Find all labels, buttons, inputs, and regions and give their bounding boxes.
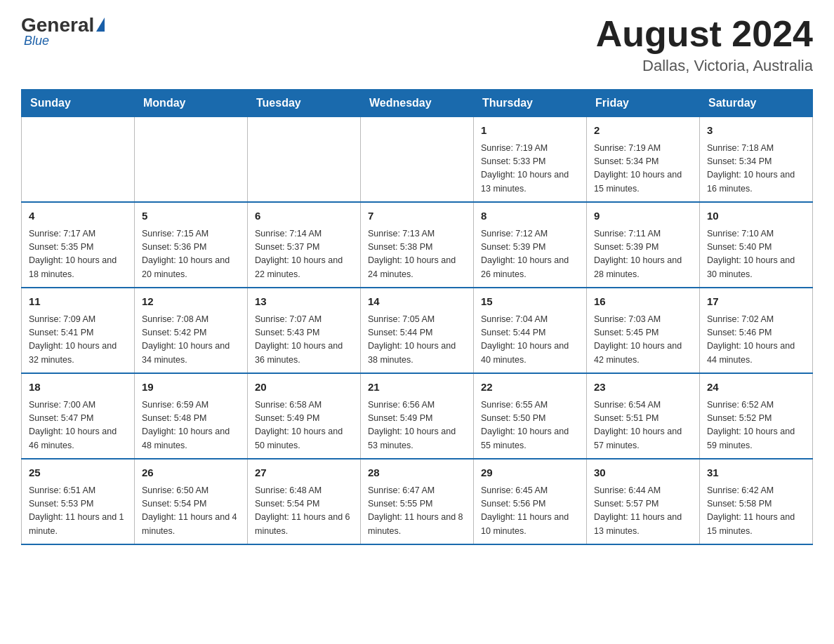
day-info: Sunrise: 6:44 AM Sunset: 5:57 PM Dayligh… [594, 484, 692, 539]
weekday-header-sunday: Sunday [22, 90, 135, 117]
calendar-day-9: 9Sunrise: 7:11 AM Sunset: 5:39 PM Daylig… [587, 202, 700, 288]
day-info: Sunrise: 7:07 AM Sunset: 5:43 PM Dayligh… [255, 313, 353, 368]
logo-triangle-icon [96, 18, 105, 32]
calendar-week-row: 1Sunrise: 7:19 AM Sunset: 5:33 PM Daylig… [22, 117, 813, 203]
day-info: Sunrise: 7:12 AM Sunset: 5:39 PM Dayligh… [481, 227, 579, 282]
calendar-day-26: 26Sunrise: 6:50 AM Sunset: 5:54 PM Dayli… [135, 459, 248, 544]
calendar-day-8: 8Sunrise: 7:12 AM Sunset: 5:39 PM Daylig… [474, 202, 587, 288]
day-info: Sunrise: 6:59 AM Sunset: 5:48 PM Dayligh… [142, 398, 240, 453]
day-number: 1 [481, 123, 579, 139]
calendar-day-22: 22Sunrise: 6:55 AM Sunset: 5:50 PM Dayli… [474, 373, 587, 459]
day-info: Sunrise: 7:03 AM Sunset: 5:45 PM Dayligh… [594, 313, 692, 368]
calendar-week-row: 25Sunrise: 6:51 AM Sunset: 5:53 PM Dayli… [22, 459, 813, 544]
day-info: Sunrise: 7:08 AM Sunset: 5:42 PM Dayligh… [142, 313, 240, 368]
calendar-table: SundayMondayTuesdayWednesdayThursdayFrid… [21, 89, 813, 545]
day-number: 6 [255, 208, 353, 224]
day-info: Sunrise: 7:14 AM Sunset: 5:37 PM Dayligh… [255, 227, 353, 282]
day-number: 16 [594, 294, 692, 310]
day-info: Sunrise: 7:13 AM Sunset: 5:38 PM Dayligh… [368, 227, 466, 282]
day-info: Sunrise: 7:19 AM Sunset: 5:33 PM Dayligh… [481, 142, 579, 196]
day-number: 22 [481, 380, 579, 396]
day-number: 3 [707, 123, 805, 139]
logo: General Blue [21, 14, 105, 48]
calendar-day-25: 25Sunrise: 6:51 AM Sunset: 5:53 PM Dayli… [22, 459, 135, 544]
calendar-day-3: 3Sunrise: 7:18 AM Sunset: 5:34 PM Daylig… [700, 117, 813, 203]
day-info: Sunrise: 7:09 AM Sunset: 5:41 PM Dayligh… [29, 313, 127, 368]
weekday-header-wednesday: Wednesday [361, 90, 474, 117]
calendar-day-5: 5Sunrise: 7:15 AM Sunset: 5:36 PM Daylig… [135, 202, 248, 288]
calendar-day-13: 13Sunrise: 7:07 AM Sunset: 5:43 PM Dayli… [248, 288, 361, 373]
calendar-day-11: 11Sunrise: 7:09 AM Sunset: 5:41 PM Dayli… [22, 288, 135, 373]
calendar-day-empty [22, 117, 135, 203]
day-number: 23 [594, 380, 692, 396]
day-number: 26 [142, 465, 240, 481]
calendar-day-28: 28Sunrise: 6:47 AM Sunset: 5:55 PM Dayli… [361, 459, 474, 544]
weekday-header-monday: Monday [135, 90, 248, 117]
day-info: Sunrise: 6:56 AM Sunset: 5:49 PM Dayligh… [368, 398, 466, 453]
calendar-day-30: 30Sunrise: 6:44 AM Sunset: 5:57 PM Dayli… [587, 459, 700, 544]
title-section: August 2024 Dallas, Victoria, Australia [596, 14, 813, 75]
day-number: 8 [481, 208, 579, 224]
day-number: 2 [594, 123, 692, 139]
day-number: 30 [594, 465, 692, 481]
day-number: 13 [255, 294, 353, 310]
calendar-day-23: 23Sunrise: 6:54 AM Sunset: 5:51 PM Dayli… [587, 373, 700, 459]
day-info: Sunrise: 7:17 AM Sunset: 5:35 PM Dayligh… [29, 227, 127, 282]
weekday-header-tuesday: Tuesday [248, 90, 361, 117]
day-number: 28 [368, 465, 466, 481]
weekday-header-friday: Friday [587, 90, 700, 117]
day-info: Sunrise: 7:10 AM Sunset: 5:40 PM Dayligh… [707, 227, 805, 282]
day-info: Sunrise: 7:04 AM Sunset: 5:44 PM Dayligh… [481, 313, 579, 368]
day-info: Sunrise: 6:42 AM Sunset: 5:58 PM Dayligh… [707, 484, 805, 539]
calendar-day-31: 31Sunrise: 6:42 AM Sunset: 5:58 PM Dayli… [700, 459, 813, 544]
calendar-week-row: 4Sunrise: 7:17 AM Sunset: 5:35 PM Daylig… [22, 202, 813, 288]
day-number: 20 [255, 380, 353, 396]
calendar-day-19: 19Sunrise: 6:59 AM Sunset: 5:48 PM Dayli… [135, 373, 248, 459]
calendar-day-17: 17Sunrise: 7:02 AM Sunset: 5:46 PM Dayli… [700, 288, 813, 373]
day-number: 7 [368, 208, 466, 224]
calendar-day-15: 15Sunrise: 7:04 AM Sunset: 5:44 PM Dayli… [474, 288, 587, 373]
day-info: Sunrise: 6:51 AM Sunset: 5:53 PM Dayligh… [29, 484, 127, 539]
calendar-day-12: 12Sunrise: 7:08 AM Sunset: 5:42 PM Dayli… [135, 288, 248, 373]
day-number: 25 [29, 465, 127, 481]
day-number: 21 [368, 380, 466, 396]
day-info: Sunrise: 6:48 AM Sunset: 5:54 PM Dayligh… [255, 484, 353, 539]
day-info: Sunrise: 7:18 AM Sunset: 5:34 PM Dayligh… [707, 142, 805, 196]
day-info: Sunrise: 6:55 AM Sunset: 5:50 PM Dayligh… [481, 398, 579, 453]
day-number: 27 [255, 465, 353, 481]
day-number: 12 [142, 294, 240, 310]
calendar-day-20: 20Sunrise: 6:58 AM Sunset: 5:49 PM Dayli… [248, 373, 361, 459]
calendar-day-21: 21Sunrise: 6:56 AM Sunset: 5:49 PM Dayli… [361, 373, 474, 459]
day-number: 9 [594, 208, 692, 224]
calendar-day-1: 1Sunrise: 7:19 AM Sunset: 5:33 PM Daylig… [474, 117, 587, 203]
calendar-day-18: 18Sunrise: 7:00 AM Sunset: 5:47 PM Dayli… [22, 373, 135, 459]
day-info: Sunrise: 7:15 AM Sunset: 5:36 PM Dayligh… [142, 227, 240, 282]
day-number: 15 [481, 294, 579, 310]
calendar-day-10: 10Sunrise: 7:10 AM Sunset: 5:40 PM Dayli… [700, 202, 813, 288]
calendar-day-7: 7Sunrise: 7:13 AM Sunset: 5:38 PM Daylig… [361, 202, 474, 288]
calendar-day-2: 2Sunrise: 7:19 AM Sunset: 5:34 PM Daylig… [587, 117, 700, 203]
calendar-day-27: 27Sunrise: 6:48 AM Sunset: 5:54 PM Dayli… [248, 459, 361, 544]
weekday-header-saturday: Saturday [700, 90, 813, 117]
calendar-day-4: 4Sunrise: 7:17 AM Sunset: 5:35 PM Daylig… [22, 202, 135, 288]
calendar-header-row: SundayMondayTuesdayWednesdayThursdayFrid… [22, 90, 813, 117]
calendar-day-16: 16Sunrise: 7:03 AM Sunset: 5:45 PM Dayli… [587, 288, 700, 373]
logo-blue-text: Blue [24, 34, 49, 48]
day-number: 5 [142, 208, 240, 224]
location-label: Dallas, Victoria, Australia [596, 57, 813, 75]
day-number: 31 [707, 465, 805, 481]
calendar-week-row: 11Sunrise: 7:09 AM Sunset: 5:41 PM Dayli… [22, 288, 813, 373]
page-header: General Blue August 2024 Dallas, Victori… [21, 14, 813, 75]
calendar-day-24: 24Sunrise: 6:52 AM Sunset: 5:52 PM Dayli… [700, 373, 813, 459]
day-number: 24 [707, 380, 805, 396]
day-info: Sunrise: 7:05 AM Sunset: 5:44 PM Dayligh… [368, 313, 466, 368]
calendar-day-empty [135, 117, 248, 203]
day-number: 14 [368, 294, 466, 310]
day-info: Sunrise: 7:00 AM Sunset: 5:47 PM Dayligh… [29, 398, 127, 453]
day-info: Sunrise: 7:02 AM Sunset: 5:46 PM Dayligh… [707, 313, 805, 368]
day-number: 11 [29, 294, 127, 310]
day-info: Sunrise: 7:11 AM Sunset: 5:39 PM Dayligh… [594, 227, 692, 282]
weekday-header-thursday: Thursday [474, 90, 587, 117]
day-number: 19 [142, 380, 240, 396]
month-title: August 2024 [596, 14, 813, 54]
